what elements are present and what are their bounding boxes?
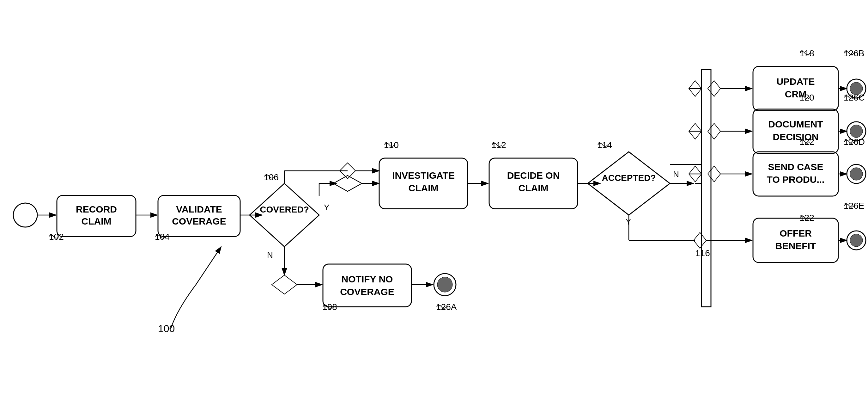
covered-y-label: Y — [324, 203, 329, 212]
end-event-126c-inner — [850, 125, 863, 138]
record-claim-text-line1: RECORD — [76, 204, 117, 215]
ref-122-label: 122 — [800, 137, 814, 147]
notify-text1: NOTIFY NO — [342, 274, 393, 284]
covered-n-label: N — [267, 250, 273, 260]
decide-claim-text1: DECIDE ON — [507, 170, 560, 180]
accepted-n-label: N — [673, 170, 679, 179]
end-event-126e-inner — [850, 234, 863, 247]
ref-114-label: 114 — [597, 140, 612, 150]
ref-118-label: 118 — [800, 48, 814, 58]
validate-coverage-text2: COVERAGE — [172, 216, 226, 226]
ref-110-label: 110 — [384, 140, 399, 150]
record-claim-text-line2: CLAIM — [82, 216, 112, 226]
svg-rect-2 — [0, 0, 868, 395]
send-case-text2: TO PRODU... — [767, 174, 825, 185]
end-event-126d-inner — [850, 168, 863, 180]
offer-benefit-text1: OFFER — [779, 228, 812, 238]
ref-120-label: 120 — [800, 93, 814, 103]
document-decision-text1: DOCUMENT — [768, 119, 823, 129]
ref-112-label: 112 — [491, 140, 506, 150]
notify-text2: COVERAGE — [340, 286, 394, 297]
ref-116-label: 116 — [695, 248, 710, 258]
end-event-126a-inner — [437, 277, 453, 292]
decide-claim-text2: CLAIM — [519, 183, 549, 193]
workflow-diagram: 102 RECORD CLAIM 104 VALIDATE COVERAGE 1… — [0, 0, 868, 395]
offer-benefit-text2: BENEFIT — [775, 241, 816, 251]
investigate-claim-text1: INVESTIGATE — [392, 170, 455, 180]
accepted-text1: ACCEPTED? — [601, 173, 656, 183]
validate-coverage-text1: VALIDATE — [176, 204, 222, 215]
covered-text1: COVERED? — [260, 205, 309, 215]
send-case-text1: SEND CASE — [768, 162, 823, 172]
investigate-claim-text2: CLAIM — [409, 183, 439, 193]
accepted-y-label: Y — [626, 217, 631, 226]
update-crm-text1: UPDATE — [776, 76, 815, 87]
ref-106-label: 106 — [264, 172, 279, 182]
